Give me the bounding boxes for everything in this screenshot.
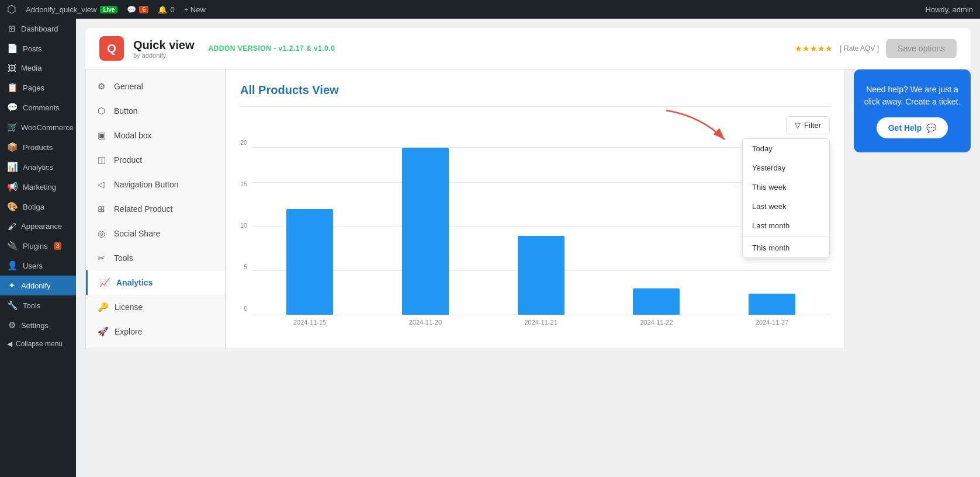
plugin-nav-item-explore[interactable]: 🚀 Explore [86, 319, 225, 344]
license-nav-label: License [115, 302, 143, 312]
wp-sidebar: ⊞ Dashboard 📄 Posts 🖼 Media 📋 Pages 💬 Co… [0, 19, 76, 477]
plugin-title-wrap: Quick view by addonify. [133, 39, 195, 59]
filter-dropdown: Today Yesterday This week Last week Last… [742, 138, 830, 258]
help-panel: Need help? We are just a click away. Cre… [854, 69, 971, 152]
sidebar-item-dashboard[interactable]: ⊞ Dashboard [0, 19, 76, 39]
plugin-nav-item-modal-box[interactable]: ▣ Modal box [86, 123, 225, 148]
sidebar-item-comments[interactable]: 💬 Comments [0, 98, 76, 117]
analytics-nav-icon: 📈 [99, 277, 110, 288]
chart-title: All Products View [240, 83, 830, 97]
help-text: Need help? We are just a click away. Cre… [863, 83, 961, 108]
save-options-button[interactable]: Save options [886, 39, 957, 58]
collapse-icon: ◀ [7, 340, 12, 348]
sidebar-item-marketing[interactable]: 📢 Marketing [0, 177, 76, 197]
get-help-label: Get Help [888, 123, 922, 133]
general-nav-label: General [114, 82, 143, 91]
sidebar-item-media[interactable]: 🖼 Media [0, 58, 76, 78]
adminbar-new[interactable]: + New [184, 5, 206, 14]
products-icon: 📦 [7, 142, 18, 152]
nav-button-nav-icon: ◁ [98, 179, 108, 190]
related-product-nav-label: Related Product [114, 204, 172, 214]
filter-option-this-month[interactable]: This month [743, 238, 829, 257]
adminbar-howdy: Howdy, admin [926, 5, 973, 14]
plugin-nav-item-related-product[interactable]: ⊞ Related Product [86, 197, 225, 221]
plugin-nav-item-navigation-button[interactable]: ◁ Navigation Button [86, 172, 225, 197]
sidebar-item-settings[interactable]: ⚙ Settings [0, 315, 76, 335]
chart-divider [240, 106, 830, 107]
explore-nav-label: Explore [115, 327, 142, 336]
filter-option-last-month[interactable]: Last month [743, 216, 829, 235]
filter-button[interactable]: ▽ Filter [786, 116, 830, 134]
marketing-label: Marketing [23, 183, 56, 192]
x-label-1: 2024-11-20 [368, 315, 483, 326]
botiga-icon: 🎨 [7, 201, 18, 212]
plugin-title: Quick view [133, 39, 195, 52]
adminbar-site[interactable]: Addonify_quick_view Live [26, 5, 117, 14]
wp-content: Q Quick view by addonify. ADDON VERSION … [76, 19, 980, 477]
modal-box-nav-icon: ▣ [98, 130, 108, 141]
bar-4 [749, 294, 795, 315]
sidebar-item-posts[interactable]: 📄 Posts [0, 39, 76, 58]
y-label-5: 5 [244, 263, 247, 270]
collapse-label: Collapse menu [16, 340, 63, 348]
filter-option-last-week[interactable]: Last week [743, 197, 829, 216]
modal-box-nav-label: Modal box [114, 131, 152, 140]
y-axis: 20 15 10 5 0 [240, 139, 252, 326]
social-share-nav-label: Social Share [114, 229, 160, 238]
plugin-nav-item-analytics[interactable]: 📈 Analytics [86, 270, 225, 295]
get-help-button[interactable]: Get Help 💬 [877, 117, 948, 138]
sidebar-item-woocommerce[interactable]: 🛒 WooCommerce [0, 117, 76, 137]
y-label-10: 10 [240, 222, 247, 229]
marketing-icon: 📢 [7, 182, 18, 192]
addonify-label: Addonify [21, 281, 51, 290]
filter-option-yesterday[interactable]: Yesterday [743, 158, 829, 177]
header-right: ★★★★★ [ Rate AQV ] Save options [795, 39, 957, 58]
sidebar-item-products[interactable]: 📦 Products [0, 137, 76, 157]
plugin-nav-item-product[interactable]: ◫ Product [86, 148, 225, 172]
get-help-icon: 💬 [926, 123, 936, 133]
plugin-nav-item-general[interactable]: ⚙ General [86, 74, 225, 99]
sidebar-item-appearance[interactable]: 🖌 Appearance [0, 217, 76, 236]
plugin-nav-item-button[interactable]: ⬡ Button [86, 99, 225, 123]
products-label: Products [23, 143, 53, 152]
bar-group-1 [368, 139, 483, 315]
filter-dropdown-divider [743, 236, 829, 237]
bar-0 [286, 209, 333, 315]
adminbar-revisions[interactable]: 🔔 0 [158, 5, 174, 14]
sidebar-item-plugins[interactable]: 🔌 Plugins 3 [0, 236, 76, 256]
filter-option-this-week[interactable]: This week [743, 177, 829, 197]
sidebar-item-analytics[interactable]: 📊 Analytics [0, 157, 76, 177]
woocommerce-icon: 🛒 [7, 122, 16, 133]
plugin-nav-item-tools[interactable]: ✂ Tools [86, 246, 225, 270]
live-badge: Live [100, 6, 117, 13]
sidebar-item-tools[interactable]: 🔧 Tools [0, 295, 76, 315]
rate-link[interactable]: [ Rate AQV ] [840, 44, 879, 53]
general-nav-icon: ⚙ [98, 81, 108, 92]
plugin-nav-item-social-share[interactable]: ◎ Social Share [86, 221, 225, 246]
sidebar-item-users[interactable]: 👤 Users [0, 256, 76, 276]
analytics-icon: 📊 [7, 162, 18, 172]
wp-logo-icon[interactable]: ⬡ [7, 3, 16, 16]
plugin-nav: ⚙ General ⬡ Button ▣ Modal box ◫ Product… [85, 69, 226, 349]
sidebar-item-addonify[interactable]: ✦ Addonify [0, 276, 76, 295]
y-label-0: 0 [244, 305, 247, 312]
filter-area: ▽ Filter Today Yesterday This week Last … [240, 116, 830, 134]
comment-icon: 💬 [127, 5, 136, 14]
botiga-label: Botiga [23, 203, 44, 211]
y-label-15: 15 [240, 180, 247, 187]
adminbar-comments[interactable]: 💬 6 [127, 5, 148, 14]
filter-option-today[interactable]: Today [743, 139, 829, 158]
plugin-nav-item-license[interactable]: 🔑 License [86, 295, 225, 319]
button-nav-icon: ⬡ [98, 106, 108, 116]
sidebar-item-botiga[interactable]: 🎨 Botiga [0, 197, 76, 217]
tools-icon: 🔧 [7, 300, 18, 311]
comment-count: 6 [139, 6, 148, 13]
sidebar-item-pages[interactable]: 📋 Pages [0, 78, 76, 98]
plugins-icon: 🔌 [7, 241, 18, 251]
bar-group-0 [252, 139, 368, 315]
filter-label: Filter [804, 121, 821, 130]
button-nav-label: Button [114, 106, 137, 116]
comments-label: Comments [23, 103, 60, 112]
woocommerce-label: WooCommerce [21, 123, 74, 132]
collapse-menu[interactable]: ◀ Collapse menu [0, 335, 76, 353]
